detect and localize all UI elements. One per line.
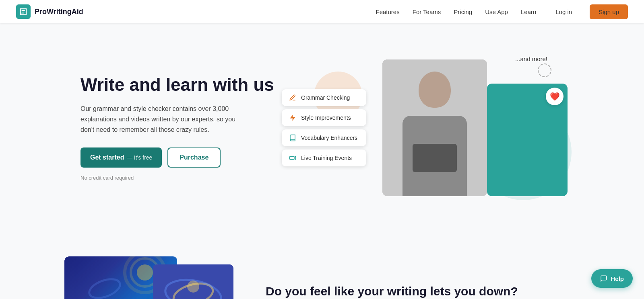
writing-card	[153, 264, 233, 299]
hero-illustration: ...and more! ❤️ Grammar Checking	[290, 47, 580, 208]
nav-login[interactable]: Log in	[555, 8, 572, 15]
logo-svg	[19, 7, 28, 16]
svg-rect-0	[290, 156, 294, 160]
hero-person-illustration	[382, 59, 487, 196]
pill-style-label: Style Improvements	[301, 115, 351, 121]
lightning-icon	[288, 113, 297, 122]
person-laptop	[413, 144, 457, 172]
logo-link[interactable]: ProWritingAid	[16, 4, 83, 19]
swirl-art	[153, 264, 233, 299]
section2-title: Do you feel like your writing lets you d…	[266, 285, 580, 298]
nav-features[interactable]: Features	[376, 8, 400, 15]
pill-vocabulary: Vocabulary Enhancers	[282, 129, 366, 146]
feature-pills: Grammar Checking Style Improvements	[282, 89, 366, 166]
section-writing: My idea in my head Do you feel like your…	[0, 232, 644, 299]
hero-description: Our grammar and style checker contains o…	[80, 104, 250, 135]
and-more-label: ...and more!	[515, 55, 547, 62]
nav-for-teams[interactable]: For Teams	[413, 8, 441, 15]
person-body	[402, 116, 467, 196]
video-icon	[288, 154, 297, 162]
help-label: Help	[611, 275, 624, 282]
pill-grammar-label: Grammar Checking	[301, 94, 350, 101]
pill-grammar: Grammar Checking	[282, 89, 366, 106]
purchase-button[interactable]: Purchase	[167, 147, 221, 168]
book-icon	[288, 133, 297, 142]
nav-signup-button[interactable]: Sign up	[590, 4, 628, 19]
nav-pricing[interactable]: Pricing	[454, 8, 472, 15]
pill-training-label: Live Training Events	[301, 155, 352, 161]
heart-badge: ❤️	[546, 88, 564, 105]
writing-illustration: My idea in my head	[64, 256, 233, 299]
pill-vocabulary-label: Vocabulary Enhancers	[301, 135, 357, 141]
nav-links: Features For Teams Pricing Use App Learn…	[376, 4, 628, 19]
no-credit-card-label: No credit card required	[80, 175, 290, 181]
hero-title: Write and learn with us	[80, 75, 290, 95]
pen-icon	[288, 93, 297, 102]
person-head	[419, 72, 451, 108]
logo-icon	[16, 4, 31, 19]
svg-marker-1	[294, 156, 296, 160]
hero-content: Write and learn with us Our grammar and …	[80, 75, 290, 181]
hero-buttons: Get started — It's free Purchase	[80, 147, 290, 168]
brand-name: ProWritingAid	[35, 8, 83, 16]
get-started-button[interactable]: Get started — It's free	[80, 147, 162, 168]
hero-section: Write and learn with us Our grammar and …	[0, 23, 644, 232]
chat-icon	[600, 275, 607, 282]
help-button[interactable]: Help	[591, 269, 633, 288]
svg-point-5	[87, 276, 123, 299]
section2-text: Do you feel like your writing lets you d…	[266, 285, 580, 299]
svg-point-11	[187, 281, 199, 293]
writing-art-svg	[157, 266, 229, 299]
nav-use-app[interactable]: Use App	[485, 8, 508, 15]
svg-point-2	[137, 264, 153, 281]
pill-training: Live Training Events	[282, 150, 366, 166]
pill-style: Style Improvements	[282, 109, 366, 126]
navbar: ProWritingAid Features For Teams Pricing…	[0, 0, 644, 23]
nav-learn[interactable]: Learn	[521, 8, 536, 15]
heart-icon: ❤️	[550, 92, 560, 101]
person-inner	[382, 59, 487, 196]
